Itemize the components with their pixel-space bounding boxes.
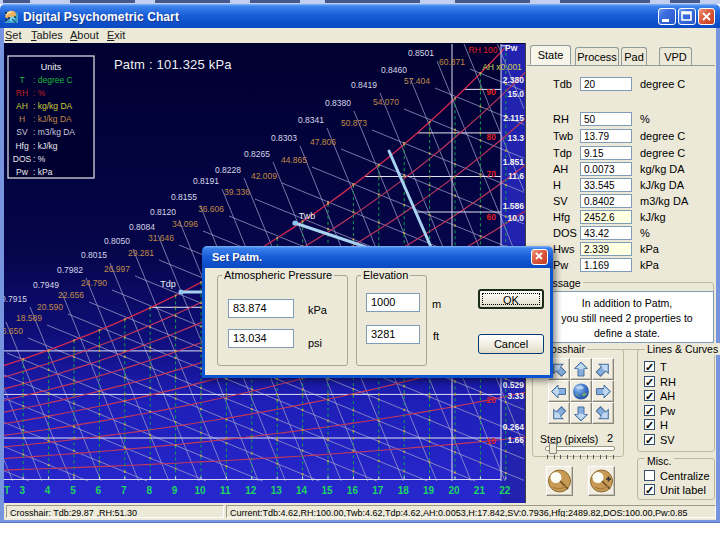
- svg-text:60.871: 60.871: [439, 57, 465, 67]
- svg-text:0.8303: 0.8303: [271, 133, 297, 143]
- svg-text:11.6: 11.6: [508, 171, 524, 181]
- svg-text:7: 7: [121, 485, 127, 496]
- svg-text:0.8228: 0.8228: [215, 165, 241, 175]
- svg-text:36.606: 36.606: [198, 204, 224, 214]
- svg-text:Tdp: Tdp: [160, 279, 176, 289]
- svg-text:0.8120: 0.8120: [150, 207, 176, 217]
- svg-text:9: 9: [172, 485, 178, 496]
- svg-text:14: 14: [296, 485, 308, 496]
- svg-text:57.404: 57.404: [404, 76, 430, 86]
- svg-text:Pw: Pw: [505, 44, 518, 53]
- svg-text:2.380: 2.380: [503, 75, 525, 85]
- svg-text:16.650: 16.650: [4, 326, 23, 336]
- svg-text:10: 10: [194, 485, 206, 496]
- svg-text:Patm : 101.325 kPa: Patm : 101.325 kPa: [114, 57, 232, 72]
- svg-text:20: 20: [487, 395, 497, 405]
- svg-text:0.529: 0.529: [503, 380, 525, 390]
- svg-text:16: 16: [347, 485, 359, 496]
- svg-text:AH x0.001: AH x0.001: [482, 62, 522, 72]
- svg-text:42.009: 42.009: [251, 171, 277, 181]
- svg-text:10: 10: [487, 436, 497, 446]
- svg-text:70: 70: [487, 169, 497, 179]
- svg-text:0.8155: 0.8155: [171, 192, 197, 202]
- svg-text:0.8084: 0.8084: [129, 222, 155, 232]
- svg-text:24.790: 24.790: [81, 278, 107, 288]
- svg-text:8: 8: [146, 485, 152, 496]
- svg-text:2.115: 2.115: [503, 113, 524, 123]
- svg-text:31.646: 31.646: [148, 233, 174, 243]
- svg-text:1.66: 1.66: [507, 435, 524, 445]
- svg-text:T: T: [4, 485, 10, 496]
- svg-text:SV: SV: [16, 127, 28, 137]
- svg-text:22: 22: [499, 485, 511, 496]
- svg-text:0.8341: 0.8341: [298, 115, 324, 125]
- svg-text:22.656: 22.656: [58, 290, 84, 300]
- svg-text:15: 15: [321, 485, 333, 496]
- svg-text:Hfg: Hfg: [15, 141, 29, 151]
- svg-text:DOS: DOS: [13, 154, 32, 164]
- svg-text:21: 21: [474, 485, 486, 496]
- svg-text:13: 13: [271, 485, 283, 496]
- svg-text:: %: : %: [33, 88, 46, 98]
- svg-text:20.590: 20.590: [37, 302, 63, 312]
- svg-text:0.7949: 0.7949: [33, 280, 59, 290]
- svg-text:18.589: 18.589: [16, 313, 42, 323]
- svg-text:AH: AH: [16, 101, 28, 111]
- svg-text:18: 18: [398, 485, 410, 496]
- svg-text:0.8460: 0.8460: [381, 65, 407, 75]
- svg-text:19: 19: [423, 485, 435, 496]
- svg-text:0.264: 0.264: [503, 422, 525, 432]
- svg-text:0.8265: 0.8265: [244, 149, 270, 159]
- svg-text:47.806: 47.806: [310, 137, 336, 147]
- svg-text:26.997: 26.997: [104, 264, 130, 274]
- svg-text:13.3: 13.3: [507, 133, 524, 143]
- svg-text:Units: Units: [41, 62, 62, 72]
- svg-text:H: H: [19, 114, 25, 124]
- svg-text:3: 3: [19, 485, 25, 496]
- svg-text:: kPa: : kPa: [33, 167, 53, 177]
- svg-text:0.8191: 0.8191: [193, 176, 219, 186]
- svg-text:4: 4: [45, 485, 51, 496]
- svg-text:3.33: 3.33: [507, 391, 524, 401]
- svg-text:17: 17: [372, 485, 384, 496]
- svg-text:39.336: 39.336: [224, 187, 250, 197]
- svg-text:29.281: 29.281: [128, 248, 154, 258]
- svg-text:: kJ/kg: : kJ/kg: [33, 141, 58, 151]
- svg-text:60: 60: [487, 212, 497, 222]
- svg-text:12: 12: [245, 485, 257, 496]
- svg-text:10.0: 10.0: [507, 213, 524, 223]
- svg-text:1.851: 1.851: [503, 157, 525, 167]
- svg-text:5: 5: [70, 485, 76, 496]
- svg-text:1.586: 1.586: [503, 201, 525, 211]
- svg-text:15.0: 15.0: [507, 89, 524, 99]
- svg-text:RH 100: RH 100: [469, 45, 498, 55]
- svg-text:80: 80: [487, 132, 497, 142]
- svg-text:6: 6: [96, 485, 102, 496]
- svg-text:20: 20: [448, 485, 460, 496]
- svg-text:: %: : %: [33, 154, 46, 164]
- svg-text:0.8380: 0.8380: [325, 98, 351, 108]
- svg-text:0.8419: 0.8419: [351, 80, 377, 90]
- svg-text:90: 90: [487, 87, 497, 97]
- svg-text:: kJ/kg DA: : kJ/kg DA: [33, 114, 72, 124]
- svg-text:: degree C: : degree C: [33, 75, 73, 85]
- svg-text:Pw: Pw: [16, 167, 29, 177]
- svg-text:0.7982: 0.7982: [57, 265, 83, 275]
- svg-text:0.8015: 0.8015: [81, 250, 107, 260]
- svg-text:34.096: 34.096: [172, 219, 198, 229]
- svg-text:44.865: 44.865: [281, 155, 307, 165]
- svg-text:Twb: Twb: [299, 211, 316, 221]
- svg-text:0.8501: 0.8501: [408, 48, 434, 58]
- svg-text:T: T: [19, 75, 24, 85]
- svg-text:: kg/kg DA: : kg/kg DA: [33, 101, 73, 111]
- svg-text:54.070: 54.070: [373, 97, 399, 107]
- svg-text:0.8050: 0.8050: [104, 236, 130, 246]
- svg-text:: m3/kg DA: : m3/kg DA: [33, 127, 75, 137]
- svg-text:0.7915: 0.7915: [4, 294, 27, 304]
- svg-text:RH: RH: [16, 88, 28, 98]
- svg-text:50.873: 50.873: [341, 118, 367, 128]
- svg-text:11: 11: [220, 485, 231, 496]
